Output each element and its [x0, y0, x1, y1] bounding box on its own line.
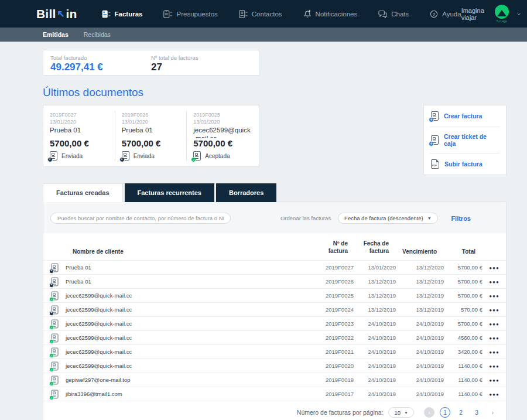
pdf-upload-icon [431, 159, 439, 169]
latest-documents-card: 2019F0027 13/01/2020 Prueba 01 5700,00 €… [43, 105, 259, 167]
cell-menu: ●●● [482, 377, 506, 383]
cell-menu: ●●● [482, 363, 506, 369]
nav-label: Presupuestos [176, 11, 217, 18]
row-menu-button[interactable]: ●●● [489, 265, 499, 271]
cell-total: 4560,00 € [444, 334, 482, 341]
table-row[interactable]: jecec62599@quick-mail.cc 2019F0024 13/12… [43, 302, 506, 316]
billin-logo[interactable]: Bill in [36, 7, 77, 21]
tab-facturas-recurrentes[interactable]: Facturas recurrentes [125, 183, 214, 202]
table-row[interactable]: Prueba 01 2019F0026 13/12/2019 13/12/201… [43, 274, 506, 288]
prev-page-button[interactable]: ‹ [424, 407, 434, 418]
upload-invoice-button[interactable]: Subir factura [430, 153, 500, 175]
sort-select-value: Fecha de factura (descendente) [344, 215, 423, 221]
status-badge [49, 381, 54, 385]
sort-select[interactable]: Fecha de factura (descendente) ▼ [338, 213, 438, 224]
status-label: Aceptada [205, 153, 230, 159]
tab-facturas-creadas[interactable]: Facturas creadas [43, 183, 123, 202]
document-card[interactable]: 2019F0027 13/01/2020 Prueba 01 5700,00 €… [43, 111, 115, 161]
table-row[interactable]: jecec62599@quick-mail.cc 2019F0023 24/10… [43, 316, 506, 330]
nav-item-chats[interactable]: Chats [378, 10, 409, 18]
nav-item-facturas[interactable]: Facturas [102, 10, 143, 18]
cell-menu: ●●● [482, 306, 506, 313]
cell-client: Prueba 01 [43, 263, 313, 272]
cell-number: 2019F0027 [313, 264, 354, 271]
cell-client: jecec62599@quick-mail.cc [43, 305, 313, 315]
status-badge [47, 157, 53, 162]
account-menu[interactable]: Imagina viajar Tu Logo [461, 5, 521, 23]
nav-item-presupuestos[interactable]: Presupuestos [163, 10, 217, 18]
row-menu-button[interactable]: ●●● [489, 293, 499, 299]
status-badge [49, 282, 54, 287]
invoice-tabs: Facturas creadas Facturas recurrentes Bo… [43, 183, 507, 202]
table-row[interactable]: jecec62599@quick-mail.cc 2019F0020 24/10… [43, 358, 506, 373]
page-button-1[interactable]: 1 [440, 407, 450, 418]
tab-borradores[interactable]: Borradores [216, 183, 276, 202]
cell-client: gepiwef297@one-mail.top [43, 375, 313, 385]
row-menu-button[interactable]: ●●● [489, 322, 499, 327]
next-page-button[interactable]: › [487, 407, 498, 418]
row-menu-button[interactable]: ●●● [489, 378, 499, 383]
table-row[interactable]: jecec62599@quick-mail.cc 2019F0025 13/12… [43, 288, 506, 302]
client-name: jecec62599@quick-mail.cc [66, 292, 132, 299]
client-name: jecec62599@quick-mail.cc [66, 306, 132, 313]
table-row[interactable]: jibira3396@tmail1.com 2019F0017 24/10/20… [43, 387, 506, 401]
page-content: Total facturado 49.297,41 € Nº total de … [43, 50, 507, 420]
status-badge [119, 157, 125, 162]
table-header: Nombre de cliente Nº de factura Fecha de… [43, 233, 506, 260]
cell-date: 24/10/2019 [354, 377, 396, 383]
row-menu-button[interactable]: ●●● [489, 350, 499, 355]
table-row[interactable]: gepiwef297@one-mail.top 2019F0019 24/10/… [43, 373, 506, 387]
table-row[interactable]: jecec62599@quick-mail.cc 2019F0021 24/10… [43, 344, 506, 358]
per-page-select[interactable]: 10 ▼ [388, 407, 414, 418]
cell-number: 2019F0023 [313, 320, 354, 327]
summary-total: Total facturado 49.297,41 € [50, 54, 151, 71]
cell-number: 2019F0021 [313, 349, 354, 355]
cell-menu: ●●● [482, 391, 506, 397]
document-amount: 5700,00 € [50, 138, 108, 148]
table-row[interactable]: jecec62599@quick-mail.cc 2019F0022 24/10… [43, 330, 506, 344]
cell-due: 13/12/2019 [396, 292, 444, 299]
nav-item-notificaciones[interactable]: Notificaciones [303, 10, 358, 18]
nav-label: Ayuda [442, 11, 461, 18]
cell-total: 5700,00 € [444, 292, 482, 299]
row-menu-button[interactable]: ●●● [489, 364, 499, 369]
create-invoice-button[interactable]: Crear factura [430, 105, 500, 127]
subnav-tab-emitidas[interactable]: Emitidas [43, 31, 69, 38]
client-name: Prueba 01 [66, 278, 91, 285]
cell-due: 13/12/2019 [396, 306, 444, 313]
nav-item-ayuda[interactable]: ? Ayuda [430, 10, 461, 18]
search-input[interactable] [50, 213, 231, 224]
row-menu-button[interactable]: ●●● [489, 308, 499, 313]
chats-icon [378, 10, 387, 18]
table-row[interactable]: Prueba 01 2019F0027 13/01/2020 13/12/202… [43, 260, 506, 274]
main-nav: Facturas Presupuestos Contactos Notifica… [102, 10, 461, 18]
document-card[interactable]: 2019F0026 13/01/2020 Prueba 01 5700,00 €… [115, 111, 187, 161]
cell-due: 24/10/2019 [396, 320, 444, 327]
cell-total: 3420,00 € [444, 349, 482, 355]
subnav-tab-recibidas[interactable]: Recibidas [84, 31, 111, 38]
summary-total-value: 49.297,41 € [50, 62, 151, 73]
invoice-status-icon [52, 390, 59, 398]
nav-label: Facturas [115, 11, 143, 18]
client-name: gepiwef297@one-mail.top [66, 377, 131, 383]
row-menu-button[interactable]: ●●● [489, 392, 499, 397]
document-card[interactable]: 2019F0025 13/01/2020 jecec62599@quick-ma… [187, 111, 259, 161]
summary-count-value: 27 [151, 62, 252, 73]
nav-label: Contactos [252, 11, 282, 18]
row-menu-button[interactable]: ●●● [489, 279, 499, 285]
create-ticket-button[interactable]: Crear ticket de caja [430, 127, 500, 153]
page-button-2[interactable]: 2 [456, 407, 466, 418]
status-badge [49, 353, 54, 357]
status-badge [49, 339, 54, 343]
client-name: jecec62599@quick-mail.cc [66, 363, 132, 369]
cell-number: 2019F0026 [313, 278, 354, 285]
row-menu-button[interactable]: ●●● [489, 336, 499, 341]
filters-link[interactable]: Filtros [451, 215, 471, 222]
invoice-status-icon [50, 151, 57, 161]
sub-navbar: Emitidas Recibidas [0, 28, 527, 42]
client-name: jecec62599@quick-mail.cc [66, 320, 132, 327]
page-button-3[interactable]: 3 [471, 407, 482, 418]
status-badge [49, 325, 54, 329]
document-client: Prueba 01 [122, 127, 180, 138]
nav-item-contactos[interactable]: Contactos [239, 10, 282, 18]
